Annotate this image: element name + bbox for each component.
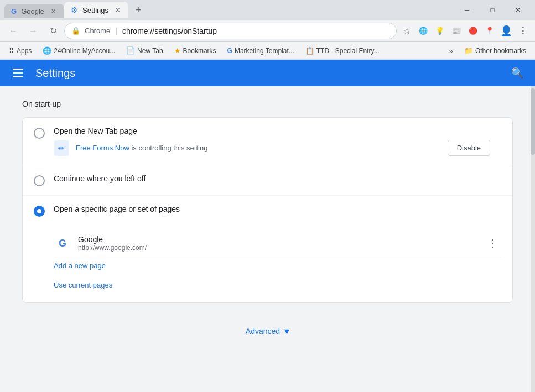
- extension-text-after: is controlling this setting: [129, 144, 208, 152]
- minimize-icon: ─: [465, 6, 470, 14]
- option-specific-pages[interactable]: Open a specific page or set of pages G G: [23, 196, 512, 302]
- settings-header: Settings 🔍: [0, 60, 535, 86]
- bookmark-marketing[interactable]: G Marketing Templat...: [223, 44, 299, 58]
- settings-tab-label: Settings: [82, 6, 108, 14]
- scrollbar-thumb[interactable]: [531, 88, 535, 155]
- maximize-button[interactable]: □: [480, 1, 505, 19]
- translate-icon: 🌐: [419, 27, 428, 35]
- bookmark-ttd[interactable]: 📋 TTD - Special Entry...: [301, 44, 384, 58]
- nav-bar: ← → ↻ 🔒 Chrome | chrome://settings/onSta…: [0, 20, 535, 42]
- close-button[interactable]: ✕: [505, 1, 531, 19]
- bookmark-apps-label: Apps: [17, 47, 32, 55]
- continue-option-label: Continue where you left off: [54, 174, 146, 183]
- minimize-button[interactable]: ─: [454, 1, 480, 19]
- bookmark-bookmarks[interactable]: ★ Bookmarks: [170, 44, 221, 58]
- startup-settings-card: Open the New Tab page ✏ Free Forms Now i…: [22, 117, 513, 303]
- extension-icon-3[interactable]: 🔴: [465, 23, 481, 39]
- google-site-url: http://www.google.com/: [78, 244, 477, 252]
- reload-button[interactable]: ↻: [44, 22, 62, 40]
- tab-google[interactable]: G Google ✕: [4, 4, 64, 18]
- content-area: On start-up Open the New Tab page ✏: [0, 86, 535, 392]
- hamburger-line2: [13, 72, 23, 74]
- option-new-tab[interactable]: Open the New Tab page ✏ Free Forms Now i…: [23, 118, 512, 165]
- window-controls: ─ □ ✕: [454, 1, 531, 19]
- address-chrome-label: Chrome: [85, 27, 110, 35]
- more-bookmarks-button[interactable]: »: [444, 44, 458, 58]
- radio-new-tab[interactable]: [34, 128, 45, 139]
- profile-avatar[interactable]: 👤: [498, 23, 514, 39]
- marketing-g-icon: G: [227, 47, 232, 55]
- extension-icon-2[interactable]: 📰: [449, 23, 464, 39]
- settings-page-title: Settings: [35, 67, 500, 80]
- settings-tab-favicon: ⚙: [71, 6, 78, 14]
- browser-frame: G Google ✕ ⚙ Settings ✕ + ─ □ ✕: [0, 0, 535, 392]
- title-bar: G Google ✕ ⚙ Settings ✕ + ─ □ ✕: [0, 0, 535, 20]
- bookmark-icon: ☆: [403, 26, 411, 36]
- lock-icon: 🔒: [71, 27, 80, 35]
- translate-extension-icon[interactable]: 🌐: [415, 23, 431, 39]
- search-settings-button[interactable]: 🔍: [508, 64, 526, 82]
- radio-continue[interactable]: [34, 175, 45, 186]
- bookmark-button[interactable]: ☆: [399, 23, 414, 39]
- back-button[interactable]: ←: [4, 22, 22, 40]
- bookmark-24online[interactable]: 🌐 24Online MyAccou...: [38, 44, 120, 58]
- extension-link[interactable]: Free Forms Now: [76, 144, 129, 152]
- 24online-icon: 🌐: [43, 46, 51, 55]
- hamburger-line3: [13, 76, 23, 77]
- other-bookmarks[interactable]: 📁 Other bookmarks: [460, 45, 531, 56]
- ext-icon-3: 🔴: [469, 27, 477, 35]
- extension-text: Free Forms Now is controlling this setti…: [76, 144, 207, 152]
- bookmark-bookmarks-label: Bookmarks: [183, 47, 216, 55]
- address-bar[interactable]: 🔒 Chrome | chrome://settings/onStartup: [64, 23, 397, 39]
- radio-specific-pages[interactable]: [34, 206, 45, 217]
- bookmark-new-tab[interactable]: 📄 New Tab: [122, 44, 167, 58]
- google-entry-info: Google http://www.google.com/: [78, 235, 477, 252]
- apps-grid-icon: ⠿: [9, 46, 14, 55]
- google-entry-more-button[interactable]: ⋮: [484, 234, 501, 252]
- new-tab-bookmark-icon: 📄: [126, 46, 135, 55]
- option-continue[interactable]: Continue where you left off: [23, 165, 512, 196]
- extension-icon-4[interactable]: 📍: [482, 23, 497, 39]
- extension-icon-1[interactable]: 💡: [432, 23, 448, 39]
- tab-settings[interactable]: ⚙ Settings ✕: [64, 2, 128, 18]
- disable-extension-button[interactable]: Disable: [448, 140, 490, 156]
- main-content: On start-up Open the New Tab page ✏: [0, 86, 535, 392]
- settings-tab-close[interactable]: ✕: [113, 6, 122, 14]
- new-tab-button[interactable]: +: [131, 2, 146, 18]
- google-tab-close[interactable]: ✕: [49, 7, 58, 15]
- reload-icon: ↻: [50, 25, 57, 36]
- address-separator: |: [116, 27, 118, 35]
- scrollbar[interactable]: [531, 86, 535, 392]
- hamburger-menu-button[interactable]: [9, 64, 27, 82]
- extension-icon: ✏: [54, 140, 69, 156]
- forward-button[interactable]: →: [24, 22, 42, 40]
- bookmark-ttd-label: TTD - Special Entry...: [316, 47, 380, 55]
- section-title: On start-up: [22, 100, 513, 108]
- folder-icon: 📁: [464, 46, 473, 55]
- forward-icon: →: [29, 26, 38, 36]
- add-new-page-link[interactable]: Add a new page: [54, 257, 501, 274]
- use-current-pages-link[interactable]: Use current pages: [54, 276, 112, 294]
- advanced-arrow-icon: ▾: [284, 325, 289, 337]
- bookmarks-bar: ⠿ Apps 🌐 24Online MyAccou... 📄 New Tab ★…: [0, 42, 535, 60]
- google-tab-label: Google: [21, 7, 44, 15]
- address-url: chrome://settings/onStartup: [122, 27, 217, 35]
- advanced-section: Advanced ▾: [22, 303, 513, 351]
- back-icon: ←: [9, 26, 18, 36]
- hamburger-line1: [13, 69, 23, 70]
- advanced-label: Advanced: [246, 327, 280, 336]
- chrome-menu-button[interactable]: ⋮: [515, 23, 531, 39]
- ext-icon-1: 💡: [435, 27, 444, 35]
- more-bookmarks-icon: »: [449, 46, 453, 55]
- close-icon: ✕: [515, 6, 521, 14]
- kebab-menu-icon: ⋮: [518, 25, 527, 36]
- specific-pages-header[interactable]: Open a specific page or set of pages: [23, 196, 512, 226]
- advanced-button[interactable]: Advanced ▾: [237, 321, 298, 342]
- nav-actions: ☆ 🌐 💡 📰 🔴 📍 👤 ⋮: [399, 23, 531, 39]
- bookmark-24online-label: 24Online MyAccou...: [54, 47, 115, 55]
- ext-icon-2: 📰: [452, 27, 461, 35]
- search-icon: 🔍: [511, 67, 523, 79]
- more-vert-icon: ⋮: [487, 237, 497, 249]
- bookmark-apps[interactable]: ⠿ Apps: [4, 44, 36, 58]
- new-tab-option-label: Open the New Tab page: [54, 127, 501, 135]
